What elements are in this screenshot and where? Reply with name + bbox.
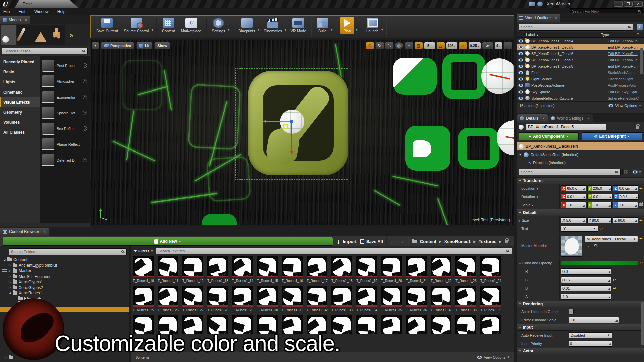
tree-arrow-icon[interactable]: ◢ <box>3 258 6 261</box>
asset-tile[interactable]: T_Runes1_27 <box>182 286 203 312</box>
tree-arrow-icon[interactable]: ▷ <box>8 286 11 289</box>
asset-tile[interactable]: T_Runes1_32 <box>307 286 327 312</box>
search-assets-input[interactable]: Search Textures <box>156 248 512 254</box>
lit-button[interactable]: Lit <box>136 42 152 49</box>
content-browser-tab[interactable]: Content Browser ✕ <box>0 228 49 236</box>
rotation-z-field[interactable]: Z0.0 °◢ <box>614 194 639 200</box>
asset-tile[interactable]: T_Runes1_28 <box>207 286 228 312</box>
category-cinematic[interactable]: Cinematic <box>0 87 40 97</box>
asset-tile[interactable]: T_Runes1_29 <box>232 286 253 312</box>
asset-tile[interactable]: T_Runes1_25 <box>133 286 154 312</box>
search-folders-input[interactable]: Search Folders <box>9 248 127 255</box>
filters-button[interactable]: Filters▼ <box>133 249 153 253</box>
breadcrumb-content[interactable]: Content <box>420 239 436 244</box>
toolbar-button-marketplace[interactable]: Marketplace <box>180 17 203 34</box>
rotation-snap-value[interactable]: 10° ▾ <box>446 42 458 49</box>
category-volumes[interactable]: Volumes <box>0 117 40 127</box>
asset-tile[interactable]: T_Runes1_16 <box>282 256 303 283</box>
transform-section-header[interactable]: ▼Transform <box>517 177 644 184</box>
placement-item-deferred-d[interactable]: Deferred D? <box>40 152 90 168</box>
category-visual-effects[interactable]: Visual Effects <box>0 97 40 107</box>
component-row-defaultsceneroot-inherited[interactable]: ▼DefaultSceneRoot (Inherited) <box>517 150 644 159</box>
tree-arrow-icon[interactable]: ▷ <box>8 269 11 273</box>
outliner-row-floor[interactable]: FloorStaticMeshActor <box>517 69 644 76</box>
move-tool-icon[interactable]: ⊕ <box>366 42 374 49</box>
asset-tile[interactable]: T_Runes1_33 <box>331 286 352 312</box>
world-outliner-tab[interactable]: World Outliner ✕ <box>517 14 560 22</box>
outliner-type-column[interactable]: Type ▼ <box>601 33 644 37</box>
scale-tool-icon[interactable]: ⤡ <box>385 42 394 49</box>
location-x-field[interactable]: X65.0 c◢ <box>561 185 586 191</box>
toolbar-button-source-control[interactable]: Source Control <box>123 17 150 34</box>
rotation-y-field[interactable]: Y0.0 °◢ <box>587 194 612 200</box>
sources-toggle-icon[interactable] <box>2 268 7 272</box>
lock-icon[interactable] <box>636 126 639 129</box>
toolbar-button-vr-mode[interactable]: VR Mode <box>289 17 307 34</box>
breadcrumb-xenorunes1[interactable]: XenoRunes1 <box>444 239 471 244</box>
surface-snap-icon[interactable]: ⌖ <box>405 42 413 49</box>
chevron-expand-icon[interactable]: » <box>70 31 73 39</box>
feedback-icon[interactable] <box>529 2 535 6</box>
asset-tile[interactable] <box>406 315 427 334</box>
use-selected-icon[interactable]: ← <box>587 244 591 248</box>
close-icon[interactable]: ✕ <box>587 117 590 120</box>
toolbar-button-build[interactable]: Build <box>315 17 329 34</box>
channel-r-field[interactable]: 0.0◢ <box>561 268 611 275</box>
save-all-button[interactable]: Save All <box>360 239 383 244</box>
chevron-down-icon[interactable]: ▼ <box>151 28 154 32</box>
folder-row-content[interactable]: ◢Content <box>0 257 129 262</box>
location-y-field[interactable]: Y235.0◢ <box>587 185 612 191</box>
text-dropdown[interactable]: Y▼ <box>561 226 598 232</box>
perspective-button[interactable]: Perspective <box>101 42 134 49</box>
world-settings-tab[interactable]: World Settings✕ <box>548 114 593 122</box>
outliner-add-icon[interactable]: + <box>637 24 643 30</box>
restore-button[interactable]: ❐ <box>624 1 633 7</box>
foliage-mode-button[interactable] <box>49 25 65 45</box>
tree-arrow-icon[interactable]: ▷ <box>8 264 11 267</box>
lock-icon[interactable] <box>505 240 508 243</box>
help-icon[interactable]: ? <box>83 111 87 115</box>
property-matrix-button[interactable] <box>622 169 630 175</box>
tree-arrow-icon[interactable]: ▷ <box>8 275 11 278</box>
asset-tile[interactable]: T_Runes1_10 <box>133 256 154 283</box>
edit-blueprint-button[interactable]: ⚙Edit Blueprint▼ <box>582 132 642 140</box>
scale-snap-value[interactable]: 0.25 ▾ <box>468 42 481 49</box>
placement-item-planar-reflect[interactable]: Planar Reflect <box>40 136 90 152</box>
toolbar-button-settings[interactable]: Settings <box>211 17 227 34</box>
outliner-label-column[interactable]: Label ▲ <box>517 33 601 37</box>
details-scrollbar[interactable] <box>641 302 644 345</box>
toolbar-button-save-current[interactable]: Save Current <box>95 17 119 34</box>
close-icon[interactable]: ✕ <box>555 16 557 20</box>
chevron-down-icon[interactable]: ▼ <box>355 28 358 32</box>
master-material-dropdown[interactable]: M_XenoRunes1_DecalRa▼ <box>585 236 638 242</box>
placement-item-atmospher[interactable]: Atmospher? <box>40 73 90 89</box>
outliner-row-bp-xenorunes1-decal8[interactable]: BP_XenoRunes1_Decal8Edit BP_XenoRun <box>517 63 644 69</box>
browse-icon[interactable] <box>594 244 597 246</box>
asset-tile[interactable]: T_Runes1_26 <box>158 286 178 312</box>
component-row-direction-inherited[interactable]: ↖Direction (Inherited) <box>517 159 644 167</box>
asset-tile[interactable]: T_Runes1_30 <box>257 286 278 312</box>
minimize-button[interactable]: — <box>614 1 623 7</box>
edit-blueprint-link[interactable]: Edit BP_XenoRun <box>608 52 644 56</box>
category-recently-placed[interactable]: Recently Placed <box>0 57 40 67</box>
revert-icon[interactable]: ↩ <box>639 261 643 265</box>
folder-row-xenoglyphs2[interactable]: ▷XenoGlyphs2 <box>0 285 129 290</box>
placement-item-exponentia[interactable]: Exponentia? <box>40 89 90 105</box>
asset-tile[interactable]: T_Runes1_37 <box>431 286 451 312</box>
actor-hidden-checkbox[interactable] <box>569 309 574 314</box>
grid-snap-icon[interactable]: ▦ <box>414 42 423 49</box>
add-new-button[interactable]: Add New▼ <box>3 237 333 246</box>
maximize-viewport-icon[interactable]: ❐ <box>503 42 512 49</box>
help-icon[interactable]: ? <box>83 79 87 83</box>
outliner-row-bp-xenorunes1-decal7[interactable]: BP_XenoRunes1_Decal7Edit BP_XenoRun <box>517 57 644 63</box>
size-z-field[interactable]: Z 80.0◢ <box>613 217 638 223</box>
material-thumbnail[interactable] <box>561 236 582 257</box>
add-component-button[interactable]: +Add Component▼ <box>519 132 579 140</box>
input-section-header[interactable]: ▼Input <box>517 324 644 331</box>
details-view-options-button[interactable]: ▼ <box>632 169 642 175</box>
visibility-eye-icon[interactable] <box>518 65 523 68</box>
viewport[interactable]: ▼ Perspective Lit Show ⊕ ↻ ⤡ ◍ ⌖ ▦ 5 ▾ △… <box>90 40 514 225</box>
rendering-section-header[interactable]: ▼Rendering <box>517 301 644 307</box>
billboard-scale-field[interactable]: 1.0◢ <box>569 317 619 323</box>
grid-snap-value[interactable]: 5 ▾ <box>424 42 435 49</box>
